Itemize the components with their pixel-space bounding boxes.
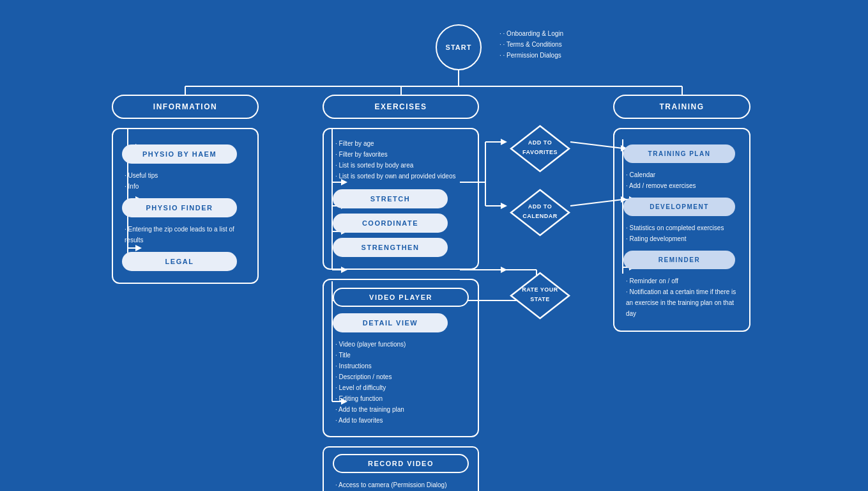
col-training: TRAINING TRAINING PLAN Calendar Add / re… <box>613 95 750 332</box>
training-plan-notes: Calendar Add / remove exercises <box>623 169 740 191</box>
coordinate-row: COORDINATE <box>333 214 469 233</box>
physio-haem-row: PHYSIO BY HAEM <box>122 144 248 164</box>
exercises-section: Filter by age Filter by favorites List i… <box>323 128 479 270</box>
record-video-header: RECORD VIDEO <box>333 454 469 473</box>
record-video-notes: Access to camera (Permission Dialog) Add… <box>333 479 469 491</box>
add-to-favorites-diamond-svg: ADD TO FAVORITES <box>510 125 570 173</box>
exercise-filter-notes: Filter by age Filter by favorites List i… <box>333 138 469 182</box>
exercises-header: EXERCISES <box>323 95 479 119</box>
legal-row: LEGAL <box>122 252 248 271</box>
add-to-calendar-diamond-container: ADD TO CALENDAR <box>510 189 570 237</box>
information-header: INFORMATION <box>112 95 259 119</box>
training-section: TRAINING PLAN Calendar Add / remove exer… <box>613 128 750 332</box>
training-header: TRAINING <box>613 95 750 119</box>
col-information: INFORMATION PHYSIO BY HAEM Useful tips I… <box>112 95 259 284</box>
physio-haem-btn[interactable]: PHYSIO BY HAEM <box>122 144 237 164</box>
reminder-row: REMINDER <box>623 251 740 269</box>
rate-your-state-diamond-svg: RATE YOUR STATE <box>510 272 570 320</box>
physio-finder-row: PHYSIO FINDER <box>122 198 248 217</box>
start-note-1: · Onboarding & Login <box>499 28 563 39</box>
add-to-favorites-diamond-container: ADD TO FAVORITES <box>510 125 570 173</box>
diagram-container: START · Onboarding & Login · Terms & Con… <box>0 0 868 491</box>
svg-text:ADD TO: ADD TO <box>528 203 552 210</box>
physio-finder-notes: Entering the zip code leads to a list of… <box>122 224 248 246</box>
development-btn[interactable]: DEVELOPMENT <box>623 198 735 216</box>
video-player-header: VIDEO PLAYER <box>333 288 469 307</box>
physio-finder-btn[interactable]: PHYSIO FINDER <box>122 198 237 217</box>
training-plan-row: TRAINING PLAN <box>623 144 740 163</box>
rate-your-state-diamond-container: RATE YOUR STATE <box>510 272 570 320</box>
svg-marker-25 <box>501 139 507 145</box>
start-note-2: · Terms & Conditions <box>499 39 563 50</box>
svg-text:STATE: STATE <box>530 296 550 302</box>
svg-text:RATE YOUR: RATE YOUR <box>522 286 558 293</box>
detail-view-btn[interactable]: DETAIL VIEW <box>333 313 448 332</box>
detail-view-row: DETAIL VIEW <box>333 313 469 332</box>
information-section: PHYSIO BY HAEM Useful tips Info PHYSIO F… <box>112 128 259 284</box>
physio-haem-notes: Useful tips Info <box>122 170 248 192</box>
svg-marker-27 <box>501 203 507 209</box>
video-player-section: VIDEO PLAYER DETAIL VIEW Video (player f… <box>323 279 479 437</box>
record-video-section: RECORD VIDEO Access to camera (Permissio… <box>323 446 479 491</box>
start-label: START <box>446 43 472 51</box>
add-to-calendar-diamond-svg: ADD TO CALENDAR <box>510 189 570 237</box>
reminder-notes: Reminder on / off Notification at a cert… <box>623 276 740 319</box>
svg-marker-32 <box>501 267 507 273</box>
svg-text:ADD TO: ADD TO <box>528 139 552 146</box>
start-note-3: · Permission Dialogs <box>499 50 563 61</box>
strengthen-btn[interactable]: STRENGTHEN <box>333 238 448 257</box>
coordinate-btn[interactable]: COORDINATE <box>333 214 448 233</box>
svg-text:CALENDAR: CALENDAR <box>522 213 558 219</box>
stretch-row: STRETCH <box>333 189 469 208</box>
legal-btn[interactable]: LEGAL <box>122 252 237 271</box>
detail-view-notes: Video (player functions) Title Instructi… <box>333 339 469 426</box>
development-row: DEVELOPMENT <box>623 198 740 216</box>
stretch-btn[interactable]: STRETCH <box>333 189 448 208</box>
development-notes: Statistics on completed exercises Rating… <box>623 222 740 244</box>
svg-text:FAVORITES: FAVORITES <box>522 149 558 155</box>
strengthen-row: STRENGTHEN <box>333 238 469 257</box>
training-plan-btn[interactable]: TRAINING PLAN <box>623 144 735 163</box>
reminder-btn[interactable]: REMINDER <box>623 251 735 269</box>
start-node: START <box>436 24 482 70</box>
col-exercises: EXERCISES Filter by age Filter by favori… <box>323 95 479 491</box>
start-notes: · Onboarding & Login · Terms & Condition… <box>497 28 563 61</box>
